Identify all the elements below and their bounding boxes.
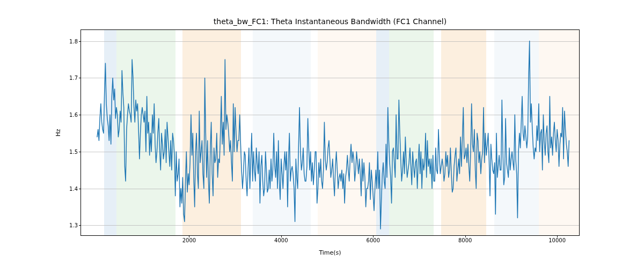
x-axis-label: Time(s) (80, 249, 580, 256)
y-tick-mark (79, 78, 81, 78)
y-tick-mark (79, 115, 81, 115)
y-tick-mark (79, 152, 81, 152)
y-axis-label: Hz (54, 29, 62, 236)
y-tick-mark (79, 189, 81, 189)
x-tick-label: 2000 (182, 237, 196, 243)
y-tick-label: 1.5 (69, 148, 78, 154)
y-tick-label: 1.8 (69, 38, 78, 44)
y-tick-label: 1.3 (69, 222, 78, 228)
y-tick-mark (79, 225, 81, 226)
x-tick-label: 6000 (367, 237, 380, 243)
y-tick-mark (79, 41, 81, 42)
x-tick-label: 8000 (458, 237, 472, 243)
figure: theta_bw_FC1: Theta Instantaneous Bandwi… (0, 0, 644, 268)
axes: 200040006000800010000 1.31.41.51.61.71.8 (80, 29, 580, 236)
y-axis-label-text: Hz (54, 129, 61, 136)
x-tick-label: 10000 (548, 237, 566, 243)
y-tick-label: 1.4 (69, 185, 78, 191)
x-tick-label: 4000 (274, 237, 288, 243)
series-line (97, 41, 569, 229)
plot-area (81, 30, 579, 235)
y-tick-label: 1.7 (69, 75, 78, 81)
chart-title: theta_bw_FC1: Theta Instantaneous Bandwi… (80, 17, 580, 26)
y-tick-label: 1.6 (69, 112, 78, 118)
line-series (81, 30, 579, 235)
